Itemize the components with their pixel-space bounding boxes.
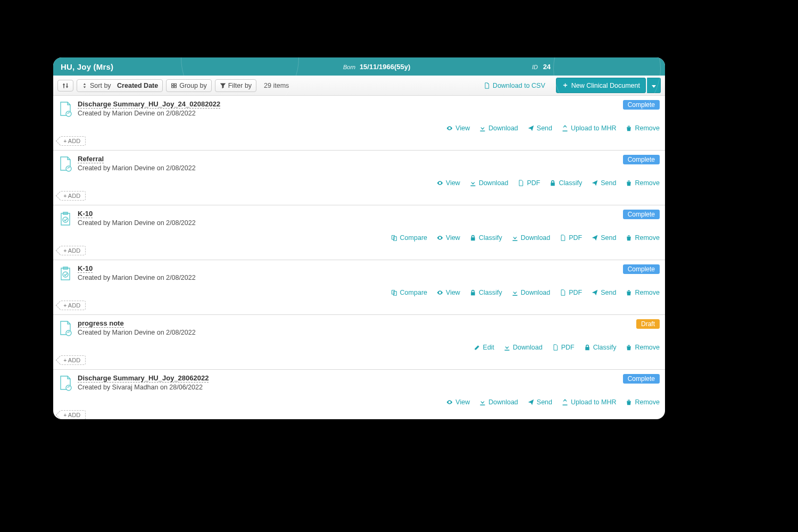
pdf-icon (518, 180, 524, 186)
view-icon (446, 125, 453, 131)
upload-mhr-icon (562, 125, 568, 131)
pdf-action[interactable]: PDF (552, 344, 575, 351)
add-button[interactable]: + ADD (60, 191, 86, 201)
download-icon (470, 180, 476, 186)
remove-icon (626, 344, 632, 351)
group-icon (171, 82, 177, 89)
document-title-link[interactable]: K-10 (78, 264, 93, 273)
status-badge: Complete (623, 210, 660, 219)
add-button[interactable]: + ADD (60, 301, 86, 310)
add-button[interactable]: + ADD (60, 136, 86, 146)
document-row: progress noteCreated by Marion Devine on… (53, 315, 665, 370)
pdf-action[interactable]: PDF (560, 289, 582, 296)
sort-icon (62, 82, 69, 89)
document-subtitle: Created by Marion Devine on 2/08/2022 (78, 329, 631, 336)
download-icon (479, 125, 486, 131)
edit-icon (474, 344, 480, 351)
patient-id: ID 24 (532, 63, 551, 71)
remove-action[interactable]: Remove (626, 398, 660, 406)
view-action[interactable]: View (437, 179, 460, 187)
download-action[interactable]: Download (479, 398, 518, 406)
send-icon (592, 289, 598, 296)
status-badge: Complete (623, 155, 660, 164)
download-csv-link[interactable]: Download to CSV (484, 82, 545, 89)
upload-mhr-action[interactable]: Upload to MHR (562, 398, 616, 406)
send-action[interactable]: Send (592, 289, 616, 296)
remove-action[interactable]: Remove (626, 179, 660, 187)
document-row: ReferralCreated by Marion Devine on 2/08… (53, 151, 665, 205)
sort-by-button[interactable]: Sort by Created Date (77, 79, 163, 92)
view-icon (437, 235, 443, 241)
sort-direction-button[interactable] (57, 80, 73, 92)
download-action[interactable]: Download (512, 234, 551, 242)
remove-action[interactable]: Remove (626, 289, 660, 296)
view-icon (446, 399, 453, 405)
remove-action[interactable]: Remove (626, 234, 660, 242)
send-action[interactable]: Send (528, 124, 552, 132)
document-row: K-10Created by Marion Devine on 2/08/202… (53, 205, 665, 260)
remove-icon (626, 289, 632, 296)
classify-action[interactable]: Classify (584, 344, 617, 351)
document-subtitle: Created by Marion Devine on 2/08/2022 (78, 110, 618, 117)
classify-icon (584, 344, 591, 351)
remove-icon (626, 399, 632, 405)
document-subtitle: Created by Marion Devine on 2/08/2022 (78, 274, 618, 281)
document-title-link[interactable]: Discharge Summary_HU_Joy_24_02082022 (78, 100, 220, 109)
pdf-icon (552, 344, 559, 351)
download-action[interactable]: Download (504, 344, 543, 351)
view-action[interactable]: View (437, 289, 460, 296)
compare-icon (391, 235, 397, 241)
remove-action[interactable]: Remove (626, 124, 660, 132)
document-icon (59, 320, 72, 336)
download-action[interactable]: Download (479, 124, 518, 132)
row-actions: CompareViewClassifyDownloadPDFSendRemove (59, 289, 660, 296)
compare-icon (391, 289, 397, 296)
pdf-icon (560, 289, 566, 296)
view-action[interactable]: View (437, 234, 460, 242)
compare-action[interactable]: Compare (391, 234, 427, 242)
upload-mhr-action[interactable]: Upload to MHR (562, 124, 616, 132)
download-action[interactable]: Download (512, 289, 551, 296)
clipboard-icon (59, 265, 72, 281)
document-title-link[interactable]: K-10 (78, 210, 93, 218)
patient-name: HU, Joy (Mrs) (61, 62, 113, 71)
patient-born: Born 15/11/1966(55y) (343, 63, 410, 71)
view-action[interactable]: View (446, 398, 470, 406)
download-icon (512, 289, 518, 296)
compare-action[interactable]: Compare (391, 289, 427, 296)
remove-action[interactable]: Remove (626, 344, 660, 351)
classify-action[interactable]: Classify (470, 234, 502, 242)
view-icon (437, 289, 443, 296)
row-actions: ViewDownloadSendUpload to MHRRemove (59, 124, 660, 132)
send-icon (592, 180, 598, 186)
remove-icon (626, 235, 632, 241)
pdf-action[interactable]: PDF (560, 234, 582, 242)
remove-icon (626, 180, 632, 186)
pdf-icon (560, 235, 566, 241)
view-action[interactable]: View (446, 124, 470, 132)
file-icon (484, 82, 490, 89)
add-button[interactable]: + ADD (60, 410, 86, 419)
remove-icon (626, 125, 632, 131)
classify-action[interactable]: Classify (550, 179, 582, 187)
send-icon (528, 399, 534, 405)
clipboard-icon (59, 211, 72, 227)
send-action[interactable]: Send (528, 398, 552, 406)
document-title-link[interactable]: Referral (78, 155, 104, 163)
send-action[interactable]: Send (592, 179, 616, 187)
document-subtitle: Created by Marion Devine on 2/08/2022 (78, 164, 618, 172)
add-button[interactable]: + ADD (60, 355, 86, 365)
classify-action[interactable]: Classify (470, 289, 502, 296)
upload-mhr-icon (562, 399, 568, 405)
send-action[interactable]: Send (592, 234, 616, 242)
app-window: HU, Joy (Mrs) Born 15/11/1966(55y) ID 24… (53, 57, 665, 419)
send-icon (528, 125, 534, 131)
status-badge: Complete (623, 374, 660, 384)
pdf-action[interactable]: PDF (518, 179, 540, 187)
row-actions: CompareViewClassifyDownloadPDFSendRemove (59, 234, 660, 242)
add-button[interactable]: + ADD (60, 246, 86, 255)
document-title-link[interactable]: progress note (78, 319, 124, 328)
download-action[interactable]: Download (470, 179, 509, 187)
document-title-link[interactable]: Discharge Summary_HU_Joy_28062022 (78, 374, 209, 383)
edit-action[interactable]: Edit (474, 344, 495, 351)
